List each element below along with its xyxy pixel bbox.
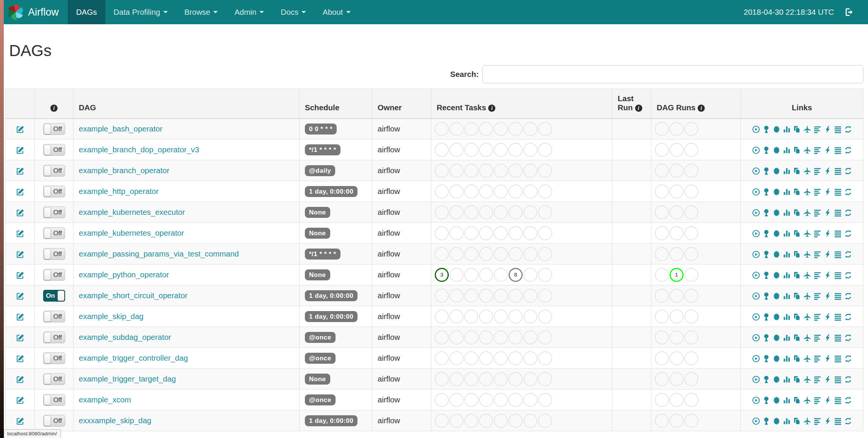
recent-task-circle[interactable] xyxy=(479,268,493,282)
recent-task-circle[interactable] xyxy=(509,289,523,303)
landing-times-icon[interactable] xyxy=(803,228,811,238)
refresh-icon[interactable] xyxy=(844,312,852,321)
recent-task-circle[interactable] xyxy=(494,247,508,261)
dag-pause-toggle[interactable]: Off xyxy=(43,206,65,218)
edit-dag-icon[interactable] xyxy=(16,291,25,300)
recent-task-circle[interactable] xyxy=(523,310,537,324)
trigger-dag-icon[interactable] xyxy=(752,208,760,217)
edit-dag-icon[interactable] xyxy=(16,228,25,238)
graph-view-icon[interactable] xyxy=(773,354,781,363)
landing-times-icon[interactable] xyxy=(803,291,811,300)
recent-task-circle[interactable] xyxy=(523,143,537,157)
recent-task-circle[interactable] xyxy=(450,268,464,282)
dag-run-circle[interactable] xyxy=(670,185,684,199)
refresh-icon[interactable] xyxy=(844,270,852,279)
dag-run-circle[interactable] xyxy=(655,143,669,157)
dag-pause-toggle[interactable]: Off xyxy=(43,165,65,177)
refresh-icon[interactable] xyxy=(844,249,852,258)
schedule-badge[interactable]: @daily xyxy=(305,165,335,176)
gantt-view-icon[interactable] xyxy=(813,270,821,279)
edit-dag-icon[interactable] xyxy=(16,186,25,196)
schedule-badge[interactable]: None xyxy=(305,374,330,385)
tasks-duration-icon[interactable] xyxy=(783,187,791,196)
recent-task-circle[interactable] xyxy=(523,330,537,344)
search-input[interactable] xyxy=(482,65,863,83)
dag-details-icon[interactable] xyxy=(834,312,842,321)
edit-dag-icon[interactable] xyxy=(16,332,25,342)
task-tries-icon[interactable] xyxy=(793,416,801,425)
recent-task-circle[interactable] xyxy=(523,372,537,386)
recent-task-circle[interactable] xyxy=(464,310,478,324)
trigger-dag-icon[interactable] xyxy=(752,416,760,425)
landing-times-icon[interactable] xyxy=(803,166,811,175)
graph-view-icon[interactable] xyxy=(773,249,781,258)
recent-task-circle[interactable] xyxy=(464,393,478,407)
header-recent-tasks[interactable]: Recent Tasks xyxy=(431,89,612,119)
recent-task-circle[interactable] xyxy=(494,164,508,178)
recent-task-circle[interactable] xyxy=(509,393,523,407)
graph-view-icon[interactable] xyxy=(773,395,781,404)
info-icon[interactable] xyxy=(635,105,642,112)
tree-view-icon[interactable] xyxy=(762,208,770,217)
recent-task-circle[interactable] xyxy=(435,351,449,365)
dag-link[interactable]: example_xcom xyxy=(79,395,131,404)
code-view-icon[interactable] xyxy=(824,291,832,300)
logout-icon[interactable] xyxy=(845,7,854,17)
dag-run-circle[interactable] xyxy=(670,414,684,428)
tasks-duration-icon[interactable] xyxy=(783,333,791,342)
dag-run-circle[interactable] xyxy=(670,143,684,157)
gantt-view-icon[interactable] xyxy=(813,333,821,342)
dag-link[interactable]: example_http_operator xyxy=(79,187,159,196)
recent-task-circle[interactable] xyxy=(464,164,478,178)
schedule-badge[interactable]: @once xyxy=(305,332,336,343)
dag-link[interactable]: example_trigger_controller_dag xyxy=(79,354,188,362)
tree-view-icon[interactable] xyxy=(762,395,770,404)
dag-run-circle[interactable] xyxy=(684,143,698,157)
dag-run-circle[interactable] xyxy=(684,330,698,344)
trigger-dag-icon[interactable] xyxy=(752,270,760,279)
recent-task-circle[interactable] xyxy=(509,226,523,240)
edit-dag-icon[interactable] xyxy=(16,416,25,425)
gantt-view-icon[interactable] xyxy=(813,374,821,383)
trigger-dag-icon[interactable] xyxy=(752,333,760,342)
graph-view-icon[interactable] xyxy=(773,416,781,425)
dag-run-circle[interactable] xyxy=(684,393,698,407)
refresh-icon[interactable] xyxy=(844,187,852,196)
gantt-view-icon[interactable] xyxy=(813,354,821,363)
dag-run-circle[interactable] xyxy=(655,372,669,386)
refresh-icon[interactable] xyxy=(844,124,852,133)
recent-task-circle[interactable] xyxy=(538,185,552,199)
recent-task-circle[interactable] xyxy=(523,185,537,199)
dag-link[interactable]: example_short_circuit_operator xyxy=(79,291,187,300)
dag-details-icon[interactable] xyxy=(834,270,842,279)
dag-pause-toggle[interactable]: Off xyxy=(43,186,65,197)
landing-times-icon[interactable] xyxy=(803,187,811,196)
code-view-icon[interactable] xyxy=(824,124,832,133)
dag-pause-toggle[interactable]: Off xyxy=(43,227,65,239)
dag-run-circle[interactable] xyxy=(684,164,698,178)
code-view-icon[interactable] xyxy=(824,270,832,279)
recent-task-circle[interactable] xyxy=(450,414,464,428)
recent-task-circle[interactable]: 3 xyxy=(435,268,449,282)
schedule-badge[interactable]: 1 day, 0:00:00 xyxy=(305,186,358,197)
recent-task-circle[interactable] xyxy=(523,289,537,303)
tree-view-icon[interactable] xyxy=(762,416,770,425)
landing-times-icon[interactable] xyxy=(803,208,811,217)
recent-task-circle[interactable] xyxy=(538,247,552,261)
dag-link[interactable]: example_bash_operator xyxy=(79,124,162,133)
dag-link[interactable]: example_kubernetes_operator xyxy=(79,228,184,237)
header-dag[interactable]: DAG xyxy=(73,89,300,119)
recent-task-circle[interactable] xyxy=(538,351,552,365)
recent-task-circle[interactable] xyxy=(494,372,508,386)
task-tries-icon[interactable] xyxy=(793,145,801,154)
recent-task-circle[interactable] xyxy=(523,226,537,240)
recent-task-circle[interactable] xyxy=(509,122,523,136)
gantt-view-icon[interactable] xyxy=(813,166,821,175)
recent-task-circle[interactable] xyxy=(435,185,449,199)
trigger-dag-icon[interactable] xyxy=(752,249,760,258)
edit-dag-icon[interactable] xyxy=(16,145,25,154)
task-tries-icon[interactable] xyxy=(793,228,801,238)
header-dag-runs[interactable]: DAG Runs xyxy=(651,89,741,119)
dag-details-icon[interactable] xyxy=(834,166,842,175)
graph-view-icon[interactable] xyxy=(773,145,781,154)
